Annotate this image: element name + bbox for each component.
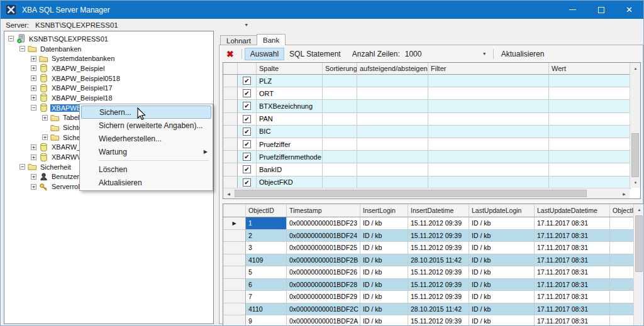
grid-cell[interactable]: [610, 279, 635, 291]
grid-cell[interactable]: 0x00000000001BDF2A: [287, 315, 360, 326]
column-header[interactable]: Wert: [549, 63, 631, 75]
rows-count-select[interactable]: 1000 ▼: [402, 48, 491, 60]
grid-cell[interactable]: ID / kb: [360, 254, 408, 267]
grid-cell[interactable]: [610, 291, 635, 303]
grid-cell[interactable]: [323, 113, 357, 126]
grid-cell[interactable]: [428, 75, 549, 87]
grid-cell[interactable]: [610, 230, 635, 242]
expand-icon[interactable]: +: [31, 184, 36, 190]
grid-cell[interactable]: ID / kb: [360, 266, 408, 279]
tree-item[interactable]: +XBAPW_Beispiel: [4, 63, 213, 73]
auswahl-button[interactable]: Auswahl: [245, 48, 284, 60]
row-header-cell[interactable]: ▶: [223, 217, 246, 230]
row-header-cell[interactable]: [223, 242, 246, 254]
grid-cell[interactable]: ID / kb: [469, 291, 535, 303]
grid-cell[interactable]: 17.11.2017 08:31: [535, 266, 610, 279]
grid-cell[interactable]: [357, 113, 428, 126]
scroll-thumb[interactable]: [235, 190, 587, 197]
checkbox-checked-icon[interactable]: ✔: [243, 178, 251, 187]
checkbox-checked-icon[interactable]: ✔: [243, 153, 251, 161]
collapse-icon[interactable]: −: [31, 105, 36, 111]
grid-cell[interactable]: ID / kb: [469, 254, 535, 267]
grid-cell[interactable]: [357, 126, 428, 138]
grid-cell[interactable]: 17.11.2017 08:31: [535, 217, 610, 230]
row-header-cell[interactable]: [223, 291, 246, 303]
checkbox-checked-icon[interactable]: ✔: [243, 77, 251, 85]
menu-item[interactable]: Wiederherstellen...: [81, 132, 211, 145]
tree-item-label[interactable]: XBARW_: [50, 143, 82, 151]
grid-cell[interactable]: [323, 126, 357, 138]
checkbox-cell[interactable]: ✔: [238, 126, 257, 138]
vertical-scrollbar[interactable]: ▲ ▼: [630, 63, 640, 188]
grid-cell[interactable]: [323, 151, 357, 163]
tree-item-label[interactable]: Systemdatenbanken: [50, 55, 116, 62]
grid-cell[interactable]: 1: [246, 217, 287, 230]
grid-cell[interactable]: ID / kb: [360, 279, 408, 291]
row-header-cell[interactable]: [223, 315, 246, 326]
grid-cell[interactable]: 0x00000000001BDF26: [287, 266, 360, 279]
grid-cell[interactable]: ID / kb: [360, 217, 408, 230]
tree-item-label[interactable]: KSNBT\SQLEXPRESS01: [28, 35, 109, 43]
grid-cell[interactable]: [610, 315, 635, 326]
checkbox-cell[interactable]: ✔: [238, 100, 257, 112]
grid-cell[interactable]: ID / kb: [469, 303, 535, 316]
expand-icon[interactable]: +: [42, 115, 48, 121]
grid-cell[interactable]: [428, 163, 549, 176]
expand-icon[interactable]: +: [31, 65, 36, 71]
tree-item-label[interactable]: XBAPW_Beispiel17: [50, 84, 114, 92]
grid-cell[interactable]: [357, 87, 428, 100]
checkbox-cell[interactable]: ✔: [238, 177, 257, 189]
scroll-thumb[interactable]: [635, 215, 643, 272]
grid-cell[interactable]: [428, 87, 549, 100]
close-button[interactable]: ✕: [615, 1, 643, 19]
grid-cell[interactable]: [549, 138, 631, 151]
vertical-scrollbar[interactable]: ▲: [633, 204, 644, 326]
grid-cell[interactable]: [357, 138, 428, 151]
grid-cell[interactable]: [223, 126, 238, 138]
grid-cell[interactable]: ObjectFKD: [257, 177, 323, 189]
scroll-down-icon[interactable]: ▼: [630, 177, 641, 188]
tree-item-label[interactable]: XBAPW_Beispiel18: [50, 94, 114, 102]
tree-item-label[interactable]: XBARWV: [50, 153, 82, 161]
tree-item-label[interactable]: Datenbanken: [39, 45, 82, 53]
grid-cell[interactable]: 9: [246, 315, 287, 326]
column-header[interactable]: [223, 204, 246, 217]
tree-item[interactable]: −KSNBT\SQLEXPRESS01: [4, 34, 213, 44]
grid-cell[interactable]: 0x00000000001BDF29: [287, 291, 360, 303]
grid-cell[interactable]: [610, 266, 635, 279]
grid-cell[interactable]: Pruefziffer: [257, 138, 323, 151]
grid-cell[interactable]: ID / kb: [360, 303, 408, 316]
tab-lohnart[interactable]: Lohnart: [220, 35, 257, 45]
grid-cell[interactable]: [549, 126, 631, 138]
refresh-button[interactable]: Aktualisieren: [496, 48, 550, 60]
grid-cell[interactable]: BTXBezeichnung: [257, 100, 323, 112]
grid-cell[interactable]: 0x00000000001BDF28: [287, 279, 360, 291]
tree-item[interactable]: +Systemdatenbanken: [4, 53, 213, 63]
grid-cell[interactable]: 17.11.2017 08:31: [535, 315, 610, 326]
grid-cell[interactable]: [549, 151, 631, 163]
grid-cell[interactable]: [428, 138, 549, 151]
menu-item[interactable]: Löschen: [81, 163, 211, 176]
grid-cell[interactable]: 3: [246, 242, 287, 254]
grid-cell[interactable]: ID / kb: [360, 291, 408, 303]
checkbox-cell[interactable]: ✔: [238, 138, 257, 151]
maximize-button[interactable]: [587, 1, 615, 19]
grid-cell[interactable]: [549, 87, 631, 100]
row-header-cell[interactable]: [223, 303, 246, 316]
grid-cell[interactable]: Pruefziffernmethode: [257, 151, 323, 163]
grid-cell[interactable]: 4109: [246, 254, 287, 267]
grid-cell[interactable]: 0x00000000001BDF23: [287, 217, 360, 230]
grid-cell[interactable]: [223, 87, 238, 100]
grid-cell[interactable]: PAN: [257, 113, 323, 126]
grid-cell[interactable]: [323, 138, 357, 151]
collapse-icon[interactable]: −: [8, 36, 14, 41]
grid-cell[interactable]: 28.10.2015 11:42: [408, 254, 469, 267]
grid-cell[interactable]: 7: [246, 291, 287, 303]
grid-cell[interactable]: ID / kb: [469, 217, 535, 230]
row-header-cell[interactable]: [223, 230, 246, 242]
expand-icon[interactable]: +: [31, 56, 36, 62]
scroll-right-icon[interactable]: ▶: [619, 188, 630, 199]
grid-cell[interactable]: 17.11.2017 08:31: [535, 279, 610, 291]
grid-cell[interactable]: [223, 113, 238, 126]
grid-cell[interactable]: [610, 242, 635, 254]
